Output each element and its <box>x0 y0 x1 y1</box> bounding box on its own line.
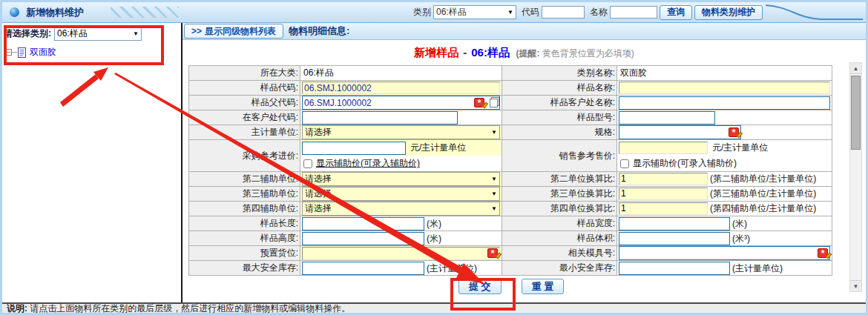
max-stock-input[interactable] <box>302 262 424 275</box>
parent-code-label: 样品父代码: <box>189 96 300 110</box>
purchase-aux-label: 显示辅助价(可录入辅助价) <box>316 157 420 170</box>
ratio4-input[interactable] <box>619 202 708 215</box>
length-input[interactable] <box>302 217 424 231</box>
window-body: 请选择类别: 06:样品 ▼ 双面胶 <box>2 23 866 302</box>
sample-name-label: 样品名称: <box>502 81 617 96</box>
main-panel: >> 显示同级物料列表 物料明细信息: 新增样品-06:样品 (提醒: 黄色背景… <box>183 23 866 302</box>
width-label: 样品宽度: <box>502 216 617 231</box>
tree-item[interactable]: 双面胶 <box>5 46 181 59</box>
max-stock-label: 最大安全库存: <box>189 261 300 276</box>
select-dialog-icon[interactable]: * <box>818 248 828 258</box>
max-stock-hint: (主计量单位) <box>427 263 477 273</box>
sale-price-label: 销售参考售价: <box>502 140 617 172</box>
pencil-icon <box>496 253 502 259</box>
sale-price-unit: 元/主计量单位 <box>712 142 768 154</box>
width-hint: (米) <box>732 219 747 229</box>
code-filter-input[interactable] <box>542 6 585 19</box>
select-dialog-icon[interactable]: * <box>474 98 484 107</box>
select-dialog-icon[interactable]: * <box>729 127 739 137</box>
chevron-down-icon: ▼ <box>130 30 139 37</box>
ratio4-hint: (第四辅助单位/主计量单位) <box>710 203 816 213</box>
customer-code-input[interactable] <box>302 111 458 125</box>
mold-input[interactable] <box>621 248 815 259</box>
customer-name-label: 样品客户处名称: <box>502 96 617 110</box>
sample-code-label: 样品代码: <box>189 81 300 96</box>
pencil-icon <box>826 253 832 259</box>
scrollbar-thumb[interactable] <box>851 76 861 150</box>
chevron-down-icon: ▼ <box>488 129 497 136</box>
reset-button[interactable]: 重 置 <box>522 279 565 294</box>
name-filter-input[interactable] <box>610 6 657 19</box>
form-title: 新增样品-06:样品 (提醒: 黄色背景位置为必填项) <box>183 46 866 61</box>
code-filter-label: 代码 <box>522 6 539 19</box>
select-category-label: 请选择类别: <box>4 27 51 40</box>
ratio3-input[interactable] <box>619 188 708 200</box>
parent-code-field: * <box>302 96 500 110</box>
unit4-value: 请选择 <box>305 202 332 215</box>
model-input[interactable] <box>619 111 715 125</box>
form-title-action: 新增样品 <box>414 46 458 59</box>
select-dialog-icon[interactable]: * <box>487 248 498 258</box>
copy-icon[interactable] <box>490 99 498 107</box>
chevron-down-icon: ▼ <box>488 176 497 182</box>
app-orb-icon <box>10 7 19 17</box>
category-name-value: 双面胶 <box>619 67 647 78</box>
pencil-icon <box>482 102 488 109</box>
spec-input[interactable] <box>621 127 726 138</box>
category-filter-select[interactable]: 06:样品 ▼ <box>433 5 516 19</box>
material-category-maintain-button[interactable]: 物料类别维护 <box>694 5 763 20</box>
main-unit-value: 请选择 <box>305 126 332 139</box>
length-hint: (米) <box>427 219 441 229</box>
submit-button[interactable]: 提 交 <box>458 279 502 294</box>
customer-name-input[interactable] <box>619 96 830 110</box>
purchase-price-label: 采购参考进价: <box>189 140 300 172</box>
volume-label: 样品体积: <box>502 231 617 246</box>
category-select[interactable]: 06:样品 ▼ <box>54 27 142 41</box>
ratio2-input[interactable] <box>619 173 708 185</box>
purchase-price-input[interactable] <box>302 142 406 155</box>
form-title-dash: - <box>463 46 467 59</box>
ratio3-hint: (第三辅助单位/主计量单位) <box>710 188 816 199</box>
chevron-down-icon: ▼ <box>488 205 497 212</box>
sale-aux-checkbox[interactable] <box>620 159 629 168</box>
tree-expand-icon[interactable] <box>5 49 12 56</box>
unit3-select[interactable]: 请选择 ▼ <box>302 187 500 201</box>
scroll-down-button[interactable]: ▼ <box>850 280 861 291</box>
sale-aux-label: 显示辅助价(可录入辅助价) <box>633 157 737 170</box>
sale-price-input[interactable] <box>619 142 708 154</box>
window-title: 新增物料维护 <box>26 6 84 19</box>
unit2-label: 第二辅助单位: <box>189 172 300 187</box>
main-unit-label: 主计量单位: <box>189 125 300 140</box>
ratio2-label: 第二单位换算比: <box>502 172 617 187</box>
location-input[interactable] <box>304 248 487 259</box>
form-title-hint: (提醒: 黄色背景位置为必填项) <box>516 48 634 59</box>
height-input[interactable] <box>302 232 424 245</box>
status-bar: 说明: 请点击上面物料所在类别的最后层级，然后进行相应的新增物料或编辑物料操作。 <box>2 302 866 313</box>
unit4-select[interactable]: 请选择 ▼ <box>302 202 500 216</box>
tab-curve-decoration <box>765 4 863 21</box>
category-tree: 双面胶 <box>2 43 181 59</box>
ratio4-label: 第四单位换算比: <box>502 202 617 216</box>
category-filter-value: 06:样品 <box>436 6 467 19</box>
main-unit-select[interactable]: 请选择 ▼ <box>302 125 500 139</box>
unit2-select[interactable]: 请选择 ▼ <box>302 172 500 186</box>
name-filter-label: 名称 <box>590 6 608 19</box>
model-label: 样品型号: <box>502 110 617 125</box>
vertical-scrollbar[interactable]: ▲ ▼ <box>849 62 862 292</box>
show-sibling-list-button[interactable]: >> 显示同级物料列表 <box>184 24 283 39</box>
volume-input[interactable] <box>619 232 730 245</box>
sample-name-input[interactable] <box>619 82 830 94</box>
status-prefix: 说明: <box>7 303 27 313</box>
tree-connector <box>12 52 17 53</box>
scroll-up-button[interactable]: ▲ <box>850 63 861 74</box>
sample-code-input[interactable] <box>302 82 500 94</box>
min-stock-input[interactable] <box>619 262 730 275</box>
location-label: 预置货位: <box>189 246 300 261</box>
length-label: 样品长度: <box>189 216 300 231</box>
purchase-aux-checkbox[interactable] <box>303 159 312 168</box>
hint-text: 黄色背景位置为必填项) <box>542 48 634 59</box>
search-button[interactable]: 查询 <box>660 5 692 20</box>
titlebar: 新增物料维护 类别 06:样品 ▼ 代码 名称 查询 物料类别维护 <box>2 2 866 23</box>
parent-code-input[interactable] <box>304 97 472 108</box>
width-input[interactable] <box>619 217 730 231</box>
